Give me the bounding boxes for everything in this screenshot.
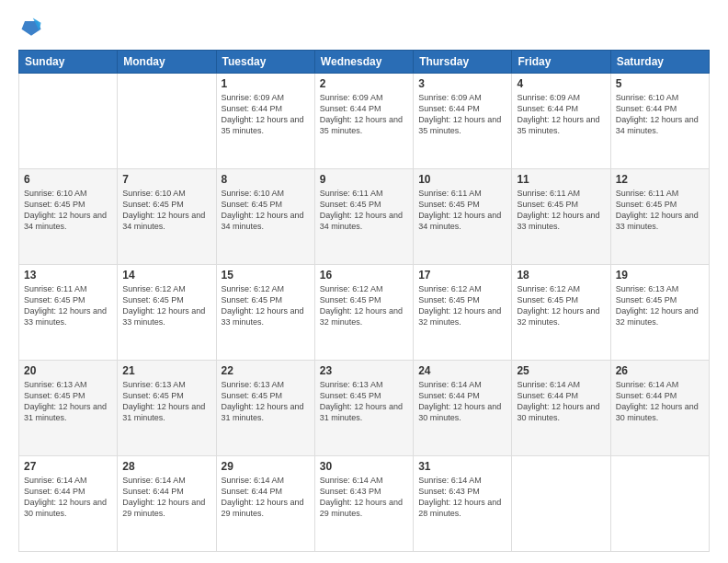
calendar-cell: 10Sunrise: 6:11 AMSunset: 6:45 PMDayligh…: [414, 169, 512, 265]
day-number: 24: [418, 364, 506, 377]
calendar-cell: 20Sunrise: 6:13 AMSunset: 6:45 PMDayligh…: [19, 361, 118, 456]
calendar-cell: 11Sunrise: 6:11 AMSunset: 6:45 PMDayligh…: [512, 169, 610, 265]
day-detail: Sunrise: 6:14 AMSunset: 6:44 PMDaylight:…: [122, 475, 210, 520]
calendar-week-3: 13Sunrise: 6:11 AMSunset: 6:45 PMDayligh…: [19, 265, 710, 361]
calendar-cell: 8Sunrise: 6:10 AMSunset: 6:45 PMDaylight…: [216, 169, 314, 265]
day-number: 23: [320, 364, 408, 377]
calendar-cell: 30Sunrise: 6:14 AMSunset: 6:43 PMDayligh…: [314, 456, 413, 552]
day-number: 18: [517, 269, 605, 282]
day-detail: Sunrise: 6:12 AMSunset: 6:45 PMDaylight:…: [122, 283, 210, 328]
day-detail: Sunrise: 6:12 AMSunset: 6:45 PMDaylight:…: [222, 283, 310, 328]
day-number: 8: [222, 173, 310, 186]
calendar-cell: 31Sunrise: 6:14 AMSunset: 6:43 PMDayligh…: [414, 456, 512, 552]
day-detail: Sunrise: 6:11 AMSunset: 6:45 PMDaylight:…: [24, 283, 112, 328]
day-number: 5: [616, 77, 704, 90]
day-detail: Sunrise: 6:13 AMSunset: 6:45 PMDaylight:…: [320, 379, 408, 424]
calendar-cell: 22Sunrise: 6:13 AMSunset: 6:45 PMDayligh…: [216, 361, 314, 456]
day-number: 13: [24, 269, 112, 282]
day-header-wednesday: Wednesday: [314, 51, 413, 74]
calendar-cell: 3Sunrise: 6:09 AMSunset: 6:44 PMDaylight…: [414, 74, 512, 169]
generalblue-logo-icon: [18, 15, 44, 40]
day-number: 4: [517, 77, 605, 90]
day-number: 20: [24, 364, 112, 377]
day-detail: Sunrise: 6:11 AMSunset: 6:45 PMDaylight:…: [320, 188, 408, 233]
day-detail: Sunrise: 6:12 AMSunset: 6:45 PMDaylight:…: [418, 283, 506, 328]
calendar-cell: 21Sunrise: 6:13 AMSunset: 6:45 PMDayligh…: [118, 361, 216, 456]
day-number: 30: [320, 460, 408, 473]
calendar-cell: 2Sunrise: 6:09 AMSunset: 6:44 PMDaylight…: [314, 74, 413, 169]
day-header-monday: Monday: [118, 51, 216, 74]
calendar-week-1: 1Sunrise: 6:09 AMSunset: 6:44 PMDaylight…: [19, 74, 710, 169]
day-number: 6: [24, 173, 112, 186]
calendar-cell: 27Sunrise: 6:14 AMSunset: 6:44 PMDayligh…: [19, 456, 118, 552]
calendar-cell: 5Sunrise: 6:10 AMSunset: 6:44 PMDaylight…: [610, 74, 709, 169]
day-number: 16: [320, 269, 408, 282]
calendar-cell: 15Sunrise: 6:12 AMSunset: 6:45 PMDayligh…: [216, 265, 314, 361]
day-detail: Sunrise: 6:10 AMSunset: 6:45 PMDaylight:…: [222, 188, 310, 233]
day-detail: Sunrise: 6:14 AMSunset: 6:44 PMDaylight:…: [517, 379, 605, 424]
day-detail: Sunrise: 6:11 AMSunset: 6:45 PMDaylight:…: [616, 188, 704, 233]
day-detail: Sunrise: 6:14 AMSunset: 6:44 PMDaylight:…: [616, 379, 704, 424]
day-number: 29: [222, 460, 310, 473]
day-number: 28: [122, 460, 210, 473]
day-number: 10: [418, 173, 506, 186]
calendar-cell: 13Sunrise: 6:11 AMSunset: 6:45 PMDayligh…: [19, 265, 118, 361]
calendar-cell: 1Sunrise: 6:09 AMSunset: 6:44 PMDaylight…: [216, 74, 314, 169]
calendar-cell: 24Sunrise: 6:14 AMSunset: 6:44 PMDayligh…: [414, 361, 512, 456]
day-detail: Sunrise: 6:14 AMSunset: 6:44 PMDaylight:…: [24, 475, 112, 520]
calendar-cell: 16Sunrise: 6:12 AMSunset: 6:45 PMDayligh…: [314, 265, 413, 361]
calendar-cell: 26Sunrise: 6:14 AMSunset: 6:44 PMDayligh…: [610, 361, 709, 456]
calendar-header-row: SundayMondayTuesdayWednesdayThursdayFrid…: [19, 51, 710, 74]
calendar-cell: 6Sunrise: 6:10 AMSunset: 6:45 PMDaylight…: [19, 169, 118, 265]
calendar-week-4: 20Sunrise: 6:13 AMSunset: 6:45 PMDayligh…: [19, 361, 710, 456]
logo: [18, 15, 48, 40]
day-number: 26: [616, 364, 704, 377]
day-detail: Sunrise: 6:09 AMSunset: 6:44 PMDaylight:…: [418, 92, 506, 137]
day-detail: Sunrise: 6:14 AMSunset: 6:44 PMDaylight:…: [222, 475, 310, 520]
calendar-cell: 18Sunrise: 6:12 AMSunset: 6:45 PMDayligh…: [512, 265, 610, 361]
calendar-cell: 4Sunrise: 6:09 AMSunset: 6:44 PMDaylight…: [512, 74, 610, 169]
day-detail: Sunrise: 6:13 AMSunset: 6:45 PMDaylight:…: [222, 379, 310, 424]
day-number: 19: [616, 269, 704, 282]
calendar-cell: [512, 456, 610, 552]
calendar-week-5: 27Sunrise: 6:14 AMSunset: 6:44 PMDayligh…: [19, 456, 710, 552]
calendar-cell: [118, 74, 216, 169]
day-number: 15: [222, 269, 310, 282]
calendar-week-2: 6Sunrise: 6:10 AMSunset: 6:45 PMDaylight…: [19, 169, 710, 265]
day-detail: Sunrise: 6:14 AMSunset: 6:43 PMDaylight:…: [320, 475, 408, 520]
day-number: 27: [24, 460, 112, 473]
calendar-cell: 12Sunrise: 6:11 AMSunset: 6:45 PMDayligh…: [610, 169, 709, 265]
day-number: 14: [122, 269, 210, 282]
calendar-cell: 7Sunrise: 6:10 AMSunset: 6:45 PMDaylight…: [118, 169, 216, 265]
day-detail: Sunrise: 6:13 AMSunset: 6:45 PMDaylight:…: [122, 379, 210, 424]
header: [18, 15, 710, 40]
calendar-cell: 23Sunrise: 6:13 AMSunset: 6:45 PMDayligh…: [314, 361, 413, 456]
day-detail: Sunrise: 6:12 AMSunset: 6:45 PMDaylight:…: [517, 283, 605, 328]
calendar-cell: 25Sunrise: 6:14 AMSunset: 6:44 PMDayligh…: [512, 361, 610, 456]
day-number: 31: [418, 460, 506, 473]
day-header-tuesday: Tuesday: [216, 51, 314, 74]
day-number: 11: [517, 173, 605, 186]
day-detail: Sunrise: 6:13 AMSunset: 6:45 PMDaylight:…: [616, 283, 704, 328]
day-number: 17: [418, 269, 506, 282]
day-detail: Sunrise: 6:12 AMSunset: 6:45 PMDaylight:…: [320, 283, 408, 328]
day-detail: Sunrise: 6:09 AMSunset: 6:44 PMDaylight:…: [222, 92, 310, 137]
day-number: 25: [517, 364, 605, 377]
calendar-cell: 29Sunrise: 6:14 AMSunset: 6:44 PMDayligh…: [216, 456, 314, 552]
calendar-cell: 28Sunrise: 6:14 AMSunset: 6:44 PMDayligh…: [118, 456, 216, 552]
page: SundayMondayTuesdayWednesdayThursdayFrid…: [0, 0, 728, 563]
day-number: 12: [616, 173, 704, 186]
calendar-cell: [610, 456, 709, 552]
day-detail: Sunrise: 6:13 AMSunset: 6:45 PMDaylight:…: [24, 379, 112, 424]
day-header-friday: Friday: [512, 51, 610, 74]
day-detail: Sunrise: 6:14 AMSunset: 6:44 PMDaylight:…: [418, 379, 506, 424]
day-header-sunday: Sunday: [19, 51, 118, 74]
day-number: 2: [320, 77, 408, 90]
day-detail: Sunrise: 6:14 AMSunset: 6:43 PMDaylight:…: [418, 475, 506, 520]
day-header-thursday: Thursday: [414, 51, 512, 74]
calendar-cell: [19, 74, 118, 169]
calendar-cell: 14Sunrise: 6:12 AMSunset: 6:45 PMDayligh…: [118, 265, 216, 361]
day-number: 7: [122, 173, 210, 186]
day-header-saturday: Saturday: [610, 51, 709, 74]
day-number: 3: [418, 77, 506, 90]
